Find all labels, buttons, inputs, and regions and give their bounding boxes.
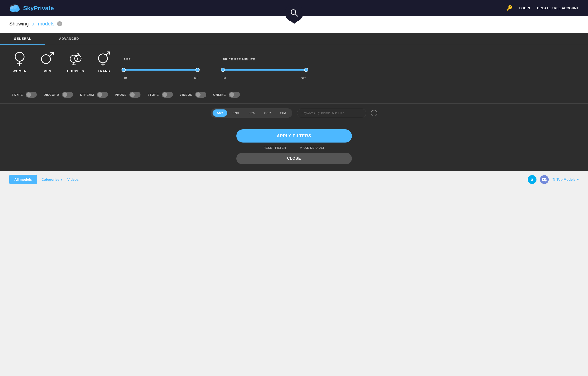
age-slider-fill	[124, 69, 198, 71]
toggle-section: SKYPE DISCORD STREAM PHONE STORE VIDEOS …	[0, 86, 588, 104]
toggle-phone: PHONE	[115, 92, 140, 98]
svg-point-11	[42, 55, 51, 64]
toggle-discord: DISCORD	[44, 92, 73, 98]
logo-text: SkyPrivate	[23, 5, 54, 12]
women-icon	[11, 51, 28, 67]
info-icon[interactable]: i	[371, 110, 377, 116]
gender-couples[interactable]: COUPLES	[67, 51, 84, 73]
toggle-videos: VIDEOS	[180, 92, 206, 98]
language-section: ANY ENG FRA GER SPA i	[0, 104, 588, 122]
stream-label: STREAM	[80, 93, 94, 97]
create-account-link[interactable]: CREATE FREE ACCOUNT	[537, 6, 579, 10]
reset-filter-link[interactable]: RESET FILTER	[263, 146, 286, 149]
bottom-left-nav: All models Categories ▾ Videos	[9, 175, 79, 184]
search-bubble[interactable]	[285, 3, 303, 22]
skype-toggle[interactable]	[26, 92, 37, 98]
secondary-links: RESET FILTER MAKE DEFAULT	[263, 146, 324, 149]
trans-icon	[96, 51, 112, 67]
keyword-input[interactable]	[297, 109, 366, 117]
header: SkyPrivate 🔑 LOGIN CREATE FREE ACCOUNT	[0, 0, 588, 16]
phone-toggle[interactable]	[129, 92, 140, 98]
svg-point-21	[75, 55, 81, 62]
price-max-value: $12	[301, 76, 306, 80]
age-min-value: 18	[124, 76, 127, 80]
price-slider-thumb-right[interactable]	[304, 68, 308, 72]
age-slider-thumb-right[interactable]	[195, 68, 200, 72]
videos-toggle[interactable]	[195, 92, 206, 98]
price-slider-fill	[223, 69, 306, 71]
bottom-nav: All models Categories ▾ Videos S ⇅ Top M…	[0, 171, 588, 188]
videos-button[interactable]: Videos	[67, 177, 79, 181]
couples-label: COUPLES	[67, 69, 84, 73]
logo[interactable]: SkyPrivate	[9, 3, 54, 13]
search-icon	[290, 9, 298, 17]
logo-cloud-icon	[9, 3, 21, 13]
login-link[interactable]: LOGIN	[519, 6, 530, 10]
filter-panel: GENERAL ADVANCED WOMEN	[0, 33, 588, 171]
lang-fra[interactable]: FRA	[244, 110, 259, 117]
key-icon: 🔑	[506, 5, 513, 11]
couples-icon	[67, 51, 84, 67]
chevron-down-icon-top-models: ▾	[577, 177, 579, 182]
discord-icon[interactable]	[540, 175, 549, 184]
gender-section: WOMEN MEN	[0, 45, 124, 79]
make-default-link[interactable]: MAKE DEFAULT	[300, 146, 325, 149]
categories-button[interactable]: Categories ▾	[42, 177, 63, 182]
trans-label: TRANS	[98, 69, 110, 73]
stream-toggle[interactable]	[97, 92, 108, 98]
discord-toggle[interactable]	[62, 92, 73, 98]
lang-eng[interactable]: ENG	[229, 110, 243, 117]
svg-point-22	[98, 54, 107, 63]
discord-label: DISCORD	[44, 93, 59, 97]
store-toggle[interactable]	[162, 92, 173, 98]
language-buttons: ANY ENG FRA GER SPA	[211, 108, 292, 118]
top-models-button[interactable]: ⇅ Top Models ▾	[552, 177, 579, 182]
svg-line-25	[106, 52, 109, 55]
price-min-value: $1	[223, 76, 226, 80]
apply-filters-button[interactable]: APPLY FILTERS	[236, 129, 352, 143]
lang-spa[interactable]: SPA	[276, 110, 290, 117]
tab-advanced[interactable]: ADVANCED	[45, 33, 93, 45]
age-slider: AGE 18 60	[124, 51, 204, 80]
women-label: WOMEN	[13, 69, 27, 73]
header-nav: 🔑 LOGIN CREATE FREE ACCOUNT	[506, 5, 579, 11]
age-max-value: 60	[194, 76, 197, 80]
price-label: PRICE PER MINUTE	[223, 58, 306, 61]
filter-tabs: GENERAL ADVANCED	[0, 33, 588, 45]
all-models-button[interactable]: All models	[9, 175, 37, 184]
toggle-store: STORE	[147, 92, 173, 98]
online-toggle[interactable]	[229, 92, 240, 98]
skype-label: SKYPE	[11, 93, 23, 97]
gender-men[interactable]: MEN	[39, 51, 55, 73]
toggle-online: ONLINE	[213, 92, 240, 98]
store-label: STORE	[147, 93, 159, 97]
showing-prefix: Showing	[9, 21, 29, 27]
lang-ger[interactable]: GER	[260, 110, 275, 117]
age-slider-thumb-left[interactable]	[122, 68, 126, 72]
svg-point-8	[15, 52, 24, 61]
apply-section: APPLY FILTERS RESET FILTER MAKE DEFAULT …	[0, 122, 588, 171]
age-label: AGE	[124, 58, 204, 61]
phone-label: PHONE	[115, 93, 127, 97]
price-slider-thumb-left[interactable]	[221, 68, 225, 72]
skype-icon[interactable]: S	[528, 175, 536, 184]
svg-line-12	[49, 52, 54, 56]
toggle-stream: STREAM	[80, 92, 108, 98]
gender-women[interactable]: WOMEN	[11, 51, 28, 73]
bottom-right-nav: S ⇅ Top Models ▾	[528, 175, 579, 184]
gender-trans[interactable]: TRANS	[96, 51, 112, 73]
lang-any[interactable]: ANY	[212, 110, 227, 117]
men-icon	[39, 51, 55, 67]
sort-icon: ⇅	[552, 177, 555, 182]
all-models-link[interactable]: all models	[32, 21, 54, 27]
svg-point-5	[12, 4, 17, 9]
close-button[interactable]: CLOSE	[236, 153, 352, 164]
online-label: ONLINE	[213, 93, 226, 97]
tab-general[interactable]: GENERAL	[0, 33, 45, 45]
men-label: MEN	[43, 69, 51, 73]
videos-label: VIDEOS	[180, 93, 192, 97]
toggle-skype: SKYPE	[11, 92, 37, 98]
price-slider: PRICE PER MINUTE $1 $12	[223, 51, 306, 80]
chevron-down-icon: ▾	[61, 177, 63, 182]
clear-filter-button[interactable]: ×	[57, 21, 62, 26]
